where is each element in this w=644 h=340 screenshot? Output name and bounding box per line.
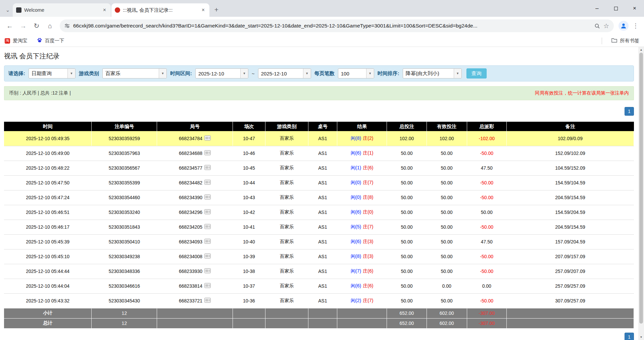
cell-total-bet[interactable]: 50.00 bbox=[387, 161, 427, 175]
scrollbar-thumb[interactable] bbox=[639, 53, 643, 324]
close-button[interactable]: × bbox=[625, 0, 644, 17]
bookmark-baidu[interactable]: 百度一下 bbox=[37, 38, 64, 44]
cell-note: 204.59/154.59 bbox=[506, 190, 634, 205]
url-text[interactable]: 66cxkj98.com/game/betrecord_search/kind3… bbox=[73, 23, 591, 29]
address-bar[interactable]: 66cxkj98.com/game/betrecord_search/kind3… bbox=[60, 19, 614, 32]
result-banker: 庄(6) bbox=[363, 268, 373, 274]
cell-total-bet[interactable]: 50.00 bbox=[387, 234, 427, 249]
page-scrollbar[interactable]: ▲ ▼ bbox=[638, 47, 644, 340]
replay-icon[interactable] bbox=[204, 239, 211, 245]
profile-avatar[interactable] bbox=[618, 21, 629, 31]
chevron-down-icon[interactable]: ▼ bbox=[67, 69, 75, 78]
browser-menu-button[interactable]: ⋮ bbox=[631, 19, 641, 32]
minimize-button[interactable]: – bbox=[588, 0, 606, 17]
window-controls: – × bbox=[588, 0, 644, 17]
cell-total-bet[interactable]: 50.00 bbox=[387, 264, 427, 279]
maximize-icon bbox=[614, 7, 618, 10]
chevron-down-icon[interactable]: ▼ bbox=[454, 69, 461, 78]
table-row: 2025-12-10 05:49:35 523030359259 6682347… bbox=[4, 131, 634, 146]
reload-button[interactable]: ↻ bbox=[30, 19, 43, 32]
cell-round-number: 668233721 bbox=[157, 293, 233, 308]
bookmark-taobao[interactable]: 淘 爱淘宝 bbox=[5, 38, 28, 44]
replay-icon[interactable] bbox=[204, 268, 211, 274]
forward-icon: → bbox=[20, 22, 27, 30]
cell-total-bet[interactable]: 50.00 bbox=[387, 293, 427, 308]
replay-icon[interactable] bbox=[204, 224, 211, 230]
cell-note: 154.59/204.59 bbox=[506, 205, 634, 220]
cell-total-bet[interactable]: 50.00 bbox=[387, 279, 427, 293]
bookmark-star-icon[interactable]: ☆ bbox=[603, 22, 609, 30]
cell-session: 10-38 bbox=[233, 264, 265, 279]
cell-result: 闲(0)庄(7) bbox=[337, 175, 387, 190]
cell-table-number: AS1 bbox=[308, 161, 337, 175]
cell-total-bet[interactable]: 50.00 bbox=[387, 190, 427, 205]
chevron-down-icon: ⌄ bbox=[6, 7, 10, 13]
replay-icon[interactable] bbox=[204, 298, 211, 304]
back-button[interactable]: ← bbox=[3, 19, 16, 32]
cell-round-number: 668234688 bbox=[157, 146, 233, 161]
query-type-select[interactable]: 日期查询 ▼ bbox=[29, 68, 76, 78]
scroll-down-icon[interactable]: ▼ bbox=[638, 334, 644, 340]
column-header: 桌号 bbox=[308, 122, 337, 131]
forward-button[interactable]: → bbox=[17, 19, 30, 32]
cell-total-bet[interactable]: 50.00 bbox=[387, 220, 427, 234]
replay-icon[interactable] bbox=[204, 194, 211, 201]
cell-total-bet[interactable]: 50.00 bbox=[387, 205, 427, 220]
chevron-down-icon[interactable]: ▼ bbox=[366, 69, 374, 78]
table-header-row: 时间注单编号局号场次游戏类别桌号结果总投注有效投注总派彩备注 bbox=[4, 122, 634, 131]
replay-icon[interactable] bbox=[204, 135, 211, 141]
replay-icon[interactable] bbox=[204, 150, 211, 156]
tab-bet-records[interactable]: :::视讯, 会员下注记录::: × bbox=[111, 3, 209, 17]
tab-search-button[interactable]: ⌄ bbox=[3, 3, 13, 17]
cell-game-category: 百家乐 bbox=[265, 146, 308, 161]
result-player: 闲(2) bbox=[351, 298, 361, 303]
replay-icon[interactable] bbox=[204, 165, 211, 171]
search-button[interactable]: 查询 bbox=[466, 68, 487, 78]
cell-session: 10-40 bbox=[233, 234, 265, 249]
scroll-up-icon[interactable]: ▲ bbox=[638, 47, 644, 53]
page-number-button[interactable]: 1 bbox=[625, 333, 634, 340]
tab-close-icon[interactable]: × bbox=[200, 7, 206, 13]
new-tab-button[interactable]: + bbox=[211, 5, 221, 15]
time-range-label: 时间区间: bbox=[170, 70, 192, 77]
chevron-down-icon[interactable]: ▼ bbox=[240, 69, 248, 78]
cell-valid-bet: 102.00 bbox=[427, 131, 467, 146]
cell-payout: -102.00 bbox=[467, 131, 506, 146]
column-header: 总投注 bbox=[387, 122, 427, 131]
cell-valid-bet: 50.00 bbox=[427, 234, 467, 249]
replay-icon[interactable] bbox=[204, 253, 211, 260]
cell-session: 10-44 bbox=[233, 175, 265, 190]
column-header: 时间 bbox=[4, 122, 92, 131]
replay-icon[interactable] bbox=[204, 209, 211, 215]
chevron-down-icon[interactable]: ▼ bbox=[159, 69, 166, 78]
site-info-icon[interactable] bbox=[64, 23, 70, 29]
date-end-select[interactable]: 2025-12-10 ▼ bbox=[258, 68, 311, 78]
game-category-select[interactable]: 百家乐 ▼ bbox=[102, 68, 167, 78]
sort-select[interactable]: 降幂(由大到小) ▼ bbox=[403, 68, 462, 78]
cell-payout: -50.00 bbox=[467, 249, 506, 264]
chevron-down-icon[interactable]: ▼ bbox=[303, 69, 311, 78]
cell-total-bet[interactable]: 50.00 bbox=[387, 146, 427, 161]
home-button[interactable]: ⌂ bbox=[44, 19, 56, 32]
page-size-select[interactable]: 100 ▼ bbox=[338, 68, 374, 78]
cell-table-number: AS1 bbox=[308, 234, 337, 249]
tab-welcome[interactable]: Welcome × bbox=[13, 3, 111, 17]
cell-note: 104.59/152.09 bbox=[506, 161, 634, 175]
cell-game-category: 百家乐 bbox=[265, 249, 308, 264]
cell-bet-number: 523030359259 bbox=[92, 131, 157, 146]
all-bookmarks-button[interactable]: 所有书签 bbox=[611, 38, 639, 44]
cell-total-bet[interactable]: 102.00 bbox=[387, 131, 427, 146]
maximize-button[interactable] bbox=[606, 0, 625, 17]
round-number: 668234008 bbox=[179, 254, 202, 259]
date-start-select[interactable]: 2025-12-10 ▼ bbox=[195, 68, 248, 78]
result-player: 闲(7) bbox=[351, 268, 361, 274]
close-icon: × bbox=[633, 5, 636, 12]
cell-note: 152.09/102.09 bbox=[506, 146, 634, 161]
zoom-icon[interactable] bbox=[594, 23, 600, 29]
tab-close-icon[interactable]: × bbox=[102, 7, 107, 13]
cell-total-bet[interactable]: 50.00 bbox=[387, 175, 427, 190]
page-number-button[interactable]: 1 bbox=[625, 107, 634, 116]
cell-total-bet[interactable]: 50.00 bbox=[387, 249, 427, 264]
replay-icon[interactable] bbox=[204, 180, 211, 186]
replay-icon[interactable] bbox=[204, 283, 211, 289]
